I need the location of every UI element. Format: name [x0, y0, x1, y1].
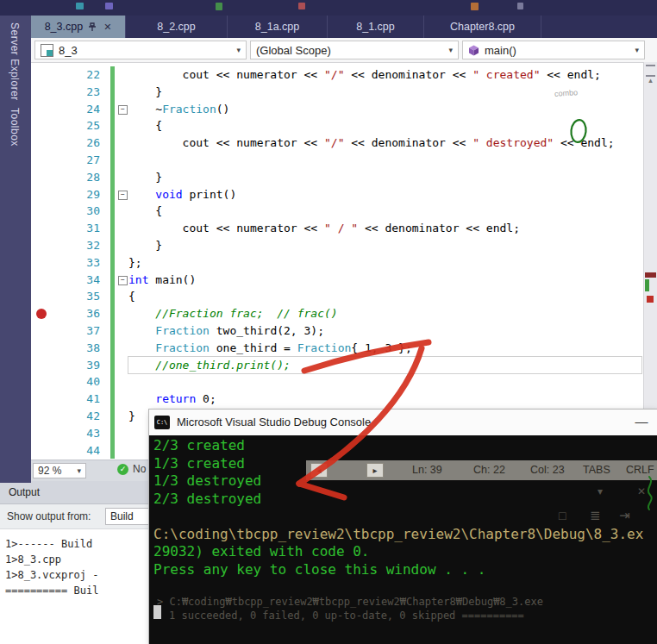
breakpoint-margin[interactable]	[31, 373, 52, 391]
breakpoint-margin[interactable]	[31, 237, 52, 254]
code-text[interactable]: Fraction one_third = Fraction{ 1, 3 };	[128, 340, 641, 357]
breakpoint-margin[interactable]	[31, 203, 52, 220]
sidebar-tab-toolbox[interactable]: Toolbox	[9, 101, 21, 147]
breakpoint-margin[interactable]	[31, 254, 52, 272]
tab-8_1.cpp[interactable]: 8_1.cpp	[328, 16, 424, 38]
fold-margin[interactable]	[115, 322, 128, 340]
breakpoint-margin[interactable]	[31, 425, 52, 442]
code-line[interactable]: 36 //Fraction frac; // frac()	[31, 305, 643, 322]
breakpoint-margin[interactable]	[31, 305, 52, 322]
split-editor-handle[interactable]	[646, 65, 655, 77]
fold-margin[interactable]: −	[115, 186, 128, 203]
fold-margin[interactable]: −	[115, 101, 128, 118]
code-text[interactable]: //Fraction frac; // frac()	[128, 305, 641, 322]
code-text[interactable]: cout << numerator << "/" << denominator …	[128, 134, 641, 152]
fold-margin[interactable]	[115, 152, 128, 169]
code-line[interactable]: 41 return 0;	[31, 391, 643, 408]
breakpoint-margin[interactable]	[31, 134, 52, 152]
code-text[interactable]: Fraction two_third(2, 3);	[128, 322, 641, 340]
code-line[interactable]: 39 //one_third.print();	[31, 357, 643, 374]
code-text[interactable]: cout << numerator << " / " << denominato…	[128, 220, 641, 237]
breakpoint-margin[interactable]	[31, 391, 52, 408]
fold-margin[interactable]	[115, 425, 128, 442]
debug-console-window[interactable]: C:\ Microsoft Visual Studio Debug Consol…	[149, 410, 657, 644]
breakpoint-margin[interactable]	[31, 272, 52, 289]
breakpoint-margin[interactable]	[31, 288, 52, 305]
code-line[interactable]: 25 {	[31, 117, 643, 134]
code-line[interactable]: 34−int main()	[31, 272, 643, 289]
breakpoint-margin[interactable]	[31, 322, 52, 340]
tab-8_1a.cpp[interactable]: 8_1a.cpp	[228, 16, 328, 38]
fold-margin[interactable]	[115, 117, 128, 134]
vertical-scrollbar[interactable]: ▴ ▾	[643, 62, 657, 460]
fold-margin[interactable]	[115, 357, 128, 374]
chevron-down-icon[interactable]: ▾	[236, 46, 241, 54]
code-line[interactable]: 38 Fraction one_third = Fraction{ 1, 3 }…	[31, 340, 643, 357]
fold-margin[interactable]	[115, 203, 128, 220]
code-text[interactable]: void print()	[128, 186, 641, 203]
code-text[interactable]: //one_third.print();	[128, 357, 641, 374]
code-line[interactable]: 37 Fraction two_third(2, 3);	[31, 322, 643, 340]
breakpoint-margin[interactable]	[31, 357, 52, 374]
code-line[interactable]: 32 }	[31, 237, 643, 254]
code-line[interactable]: 35{	[31, 288, 643, 305]
fold-margin[interactable]	[115, 288, 128, 305]
fold-margin[interactable]	[115, 305, 128, 322]
breakpoint-margin[interactable]	[31, 408, 52, 425]
code-text[interactable]: }	[128, 169, 641, 186]
scope-dropdown[interactable]: (Global Scope) ▾	[250, 41, 459, 59]
fold-margin[interactable]	[115, 220, 128, 237]
breakpoint-margin[interactable]	[31, 84, 52, 101]
fold-margin[interactable]: −	[115, 272, 128, 289]
project-dropdown[interactable]: 8_3 ▾	[34, 41, 247, 59]
code-line[interactable]: 29− void print()	[31, 186, 643, 203]
fold-margin[interactable]	[115, 134, 128, 152]
breakpoint-dot[interactable]	[36, 309, 47, 319]
collapse-icon[interactable]: −	[118, 276, 128, 285]
breakpoint-margin[interactable]	[31, 169, 52, 186]
breakpoint-margin[interactable]	[31, 117, 52, 134]
minimize-button[interactable]: —	[631, 411, 652, 432]
fold-margin[interactable]	[115, 340, 128, 357]
close-icon[interactable]: ✕	[103, 22, 111, 33]
code-text[interactable]: return 0;	[128, 391, 641, 408]
code-editor[interactable]: 22 cout << numerator << "/" << denominat…	[31, 62, 643, 460]
breakpoint-margin[interactable]	[31, 101, 52, 118]
scroll-right-button[interactable]: ▸	[366, 463, 384, 478]
chevron-down-icon[interactable]: ▾	[635, 46, 639, 54]
code-text[interactable]: {	[128, 288, 641, 305]
code-line[interactable]: 24− ~Fraction()	[31, 101, 643, 118]
fold-margin[interactable]	[115, 391, 128, 408]
fold-margin[interactable]	[115, 254, 128, 272]
breakpoint-margin[interactable]	[31, 442, 52, 460]
pin-icon[interactable]	[88, 22, 97, 32]
chevron-down-icon[interactable]: ▾	[77, 466, 81, 475]
collapse-icon[interactable]: −	[118, 105, 128, 115]
fold-margin[interactable]	[115, 373, 128, 391]
fold-margin[interactable]	[115, 237, 128, 254]
code-line[interactable]: 22 cout << numerator << "/" << denominat…	[31, 66, 643, 84]
code-text[interactable]: {	[128, 203, 641, 220]
member-dropdown[interactable]: main() ▾	[462, 41, 645, 59]
breakpoint-margin[interactable]	[31, 186, 52, 203]
scroll-left-button[interactable]: ◂	[310, 463, 328, 478]
code-text[interactable]	[128, 152, 641, 169]
code-line[interactable]: 40	[31, 373, 643, 391]
breakpoint-margin[interactable]	[31, 66, 52, 84]
chevron-down-icon[interactable]: ▾	[448, 46, 453, 54]
fold-margin[interactable]	[115, 66, 128, 84]
fold-margin[interactable]	[115, 84, 128, 101]
breakpoint-margin[interactable]	[31, 340, 52, 357]
code-line[interactable]: 23 }	[31, 84, 643, 101]
breakpoint-margin[interactable]	[31, 220, 52, 237]
code-line[interactable]: 30 {	[31, 203, 643, 220]
tab-8_2.cpp[interactable]: 8_2.cpp	[126, 16, 228, 38]
code-text[interactable]: {	[128, 117, 641, 134]
breakpoint-margin[interactable]	[31, 152, 52, 169]
code-text[interactable]: int main()	[128, 272, 641, 289]
code-text[interactable]: };	[128, 254, 641, 272]
fold-margin[interactable]	[115, 408, 128, 425]
code-line[interactable]: 26 cout << numerator << "/" << denominat…	[31, 134, 643, 152]
console-title-bar[interactable]: C:\ Microsoft Visual Studio Debug Consol…	[149, 410, 657, 435]
sidebar-tab-server-explorer[interactable]: Server Explorer	[9, 16, 21, 101]
